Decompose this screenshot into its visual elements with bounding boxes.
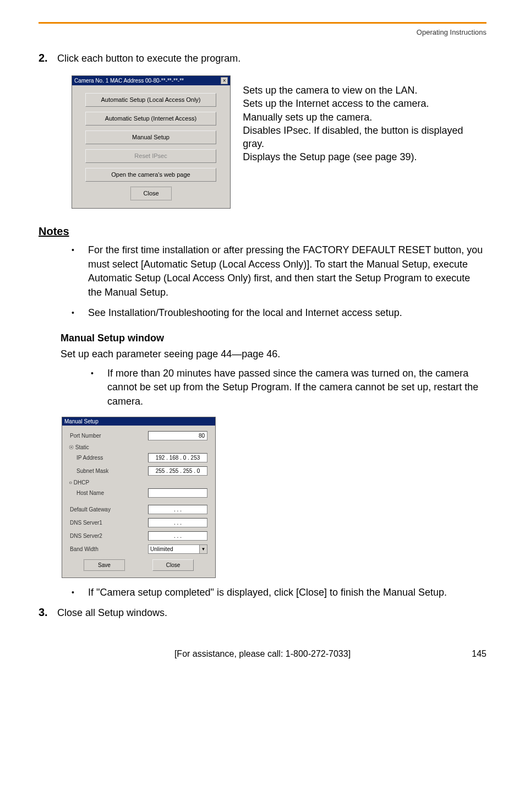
post-bullet: If "Camera setup completed" is displayed… [88,586,447,600]
subnet-input[interactable]: 255 . 255 . 255 . 0 [148,466,207,476]
step-2-number: 2. [39,52,57,64]
subnet-label: Subnet Mask [76,468,108,474]
close-icon[interactable]: × [221,77,228,84]
annotation-5: Displays the Setup page (see page 39). [243,150,486,164]
bandwidth-value: Unlimited [150,546,173,552]
static-label: Static [75,444,89,450]
dns2-input[interactable]: . . . [148,531,207,541]
notes-item-2: See Installation/Troubleshooting for the… [88,306,402,320]
close-button[interactable]: Close [130,187,172,200]
annotation-1: Sets up the camera to view on the LAN. [243,84,486,97]
chevron-down-icon: ▼ [199,545,207,553]
save-button[interactable]: Save [84,559,125,571]
auto-local-button[interactable]: Automatic Setup (Local Access Only) [85,93,216,107]
dialog-titlebar: Camera No. 1 MAC Address 00-80-**-**-**-… [72,76,230,85]
open-web-button[interactable]: Open the camera's web page [85,168,216,182]
header-text: Operating Instructions [39,28,486,36]
bullet-dot: • [72,306,88,320]
bandwidth-select[interactable]: Unlimited ▼ [148,544,207,554]
notes-item-1: For the first time installation or after… [88,243,486,299]
gateway-input[interactable]: . . . [148,505,207,514]
ip-input[interactable]: 192 . 168 . 0 . 253 [148,453,207,462]
step-2-text: Click each button to execute the program… [57,52,240,64]
host-input[interactable] [148,488,207,498]
camera-setup-dialog: Camera No. 1 MAC Address 00-80-**-**-**-… [72,75,231,209]
annotation-4: Disables IPsec. If disabled, the button … [243,124,486,151]
dns1-input[interactable]: . . . [148,518,207,527]
manual-setup-intro: Set up each parameter seeing page 44—pag… [61,347,486,361]
page-number: 145 [472,649,486,659]
bullet-dot: • [91,367,107,409]
manual-setup-heading: Manual Setup window [61,333,486,344]
manual-setup-dialog: Manual Setup Port Number 80 ☉ Static IP … [62,417,216,578]
host-label: Host Name [76,490,104,496]
bullet-dot: • [72,243,88,299]
bandwidth-label: Band Width [70,546,99,552]
dhcp-label: DHCP [74,479,89,486]
manual-setup-button[interactable]: Manual Setup [85,130,216,144]
annotations-block: Sets up the camera to view on the LAN. S… [231,75,486,209]
static-radio[interactable]: ☉ [69,444,75,450]
port-input[interactable]: 80 [148,431,207,440]
footer-assistance: [For assistance, please call: 1-800-272-… [174,649,351,658]
manual-setup-note: If more than 20 minutes have passed sinc… [107,367,486,409]
gateway-label: Default Gateway [70,506,111,513]
port-label: Port Number [70,433,101,439]
annotation-3: Manually sets up the camera. [243,111,486,124]
reset-ipsec-button[interactable]: Reset IPsec [85,149,216,163]
auto-internet-button[interactable]: Automatic Setup (Internet Access) [85,112,216,126]
dialog-title: Camera No. 1 MAC Address 00-80-**-**-**-… [74,78,184,84]
step-3-text: Close all Setup windows. [57,606,167,619]
dhcp-radio[interactable]: ○ [69,479,74,486]
manual-dialog-title: Manual Setup [62,417,215,426]
bullet-dot: • [72,586,88,600]
header-divider [39,22,486,24]
manual-close-button[interactable]: Close [152,559,194,571]
step-3-number: 3. [39,606,57,619]
ip-label: IP Address [76,455,103,461]
dns2-label: DNS Server2 [70,533,102,539]
notes-heading: Notes [39,225,486,238]
dns1-label: DNS Server1 [70,520,102,526]
annotation-2: Sets up the Internet access to the camer… [243,97,486,110]
